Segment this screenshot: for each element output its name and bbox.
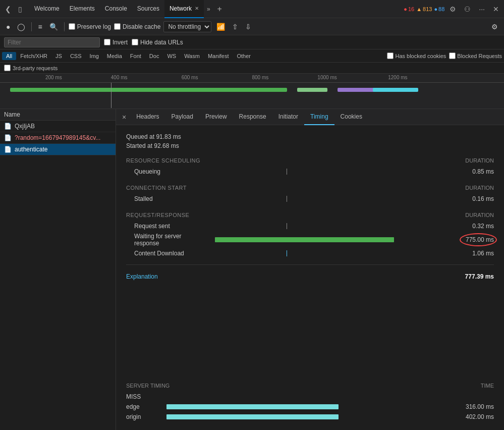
- type-tab-manifest[interactable]: Manifest: [204, 52, 233, 60]
- timing-queued-at: Queued at 91.83 ms: [126, 133, 494, 140]
- tab-add-button[interactable]: +: [213, 3, 226, 16]
- stalled-value: 0.16 ms: [454, 195, 494, 202]
- detail-tab-headers[interactable]: Headers: [130, 109, 165, 125]
- detail-tab-response[interactable]: Response: [233, 109, 272, 125]
- server-timing-value-edge: 316.00 ms: [454, 403, 494, 410]
- request-sent-bar: [215, 223, 454, 229]
- gear-icon[interactable]: ⚙: [446, 3, 459, 15]
- request-item-2[interactable]: 📄 authenticate: [0, 144, 116, 155]
- type-tab-other[interactable]: Other: [233, 52, 255, 60]
- connection-start-label: Connection Start: [126, 185, 187, 191]
- tab-welcome[interactable]: Welcome: [29, 0, 65, 18]
- request-response-label: Request/Response: [126, 212, 189, 218]
- server-timing-name-origin: origin: [126, 413, 166, 420]
- request-response-duration: DURATION: [465, 212, 494, 218]
- tab-network-close[interactable]: ✕: [195, 6, 199, 11]
- request-response-header: Request/Response DURATION: [126, 212, 494, 218]
- detail-tab-initiator[interactable]: Initiator: [272, 109, 304, 125]
- content-download-bar: [215, 250, 454, 256]
- request-sent-tick: [287, 223, 287, 229]
- timing-row-request-sent: Request sent 0.32 ms: [134, 221, 494, 231]
- type-tab-all[interactable]: All: [2, 52, 16, 60]
- type-tab-font[interactable]: Font: [126, 52, 145, 60]
- download-icon[interactable]: ⇩: [243, 22, 253, 32]
- upload-icon[interactable]: ⇧: [230, 22, 240, 32]
- detail-tab-cookies[interactable]: Cookies: [334, 109, 368, 125]
- left-panel: Name 📄 QxjIjAB 📄 ?random=1667947989145&c…: [0, 109, 116, 430]
- server-timing-time-header: TIME: [481, 383, 494, 389]
- error-count-blue: ● 88: [434, 6, 444, 12]
- explanation-total: 777.39 ms: [465, 273, 494, 280]
- detail-tabs: × Headers Payload Preview Response Initi…: [116, 109, 504, 125]
- filter-icon[interactable]: ≡: [36, 22, 44, 32]
- throttle-select[interactable]: No throttling: [163, 21, 211, 32]
- type-tab-doc[interactable]: Doc: [145, 52, 163, 60]
- tab-more-icon[interactable]: »: [204, 4, 213, 15]
- request-icon-2: 📄: [4, 146, 12, 153]
- wifi-icon[interactable]: 📶: [214, 22, 227, 32]
- timing-row-stalled: Stalled 0.16 ms: [134, 194, 494, 204]
- ruler-mark-800: 800 ms: [252, 75, 269, 80]
- tab-elements[interactable]: Elements: [65, 0, 100, 18]
- network-settings-icon[interactable]: ⚙: [489, 22, 500, 32]
- request-icon-1: 📄: [4, 134, 12, 141]
- stalled-tick: [287, 196, 287, 202]
- tab-sources[interactable]: Sources: [132, 0, 164, 18]
- search-icon[interactable]: 🔍: [47, 22, 60, 32]
- resource-scheduling-label: Resource Scheduling: [126, 157, 200, 164]
- record-icon[interactable]: ●: [4, 22, 12, 32]
- server-timing-section: Server Timing TIME MISS edge 316.00 ms o…: [116, 383, 504, 430]
- error-count-yellow: ▲ 813: [416, 6, 432, 12]
- server-timing-bar-edge: [166, 404, 454, 410]
- blocked-requests-checkbox[interactable]: Blocked Requests: [449, 52, 502, 59]
- queueing-value: 0.85 ms: [454, 168, 494, 175]
- detail-tab-timing[interactable]: Timing: [304, 109, 334, 125]
- more-options-icon[interactable]: ···: [476, 3, 488, 15]
- clear-icon[interactable]: ◯: [15, 22, 27, 32]
- timeline-bar-main: [10, 88, 287, 92]
- main-area: Name 📄 QxjIjAB 📄 ?random=1667947989145&c…: [0, 109, 504, 430]
- back-icon[interactable]: ❮: [2, 3, 14, 15]
- tab-network[interactable]: Network ✕: [164, 0, 204, 18]
- content-download-tick: [287, 250, 287, 256]
- request-item-0[interactable]: 📄 QxjIjAB: [0, 121, 116, 132]
- explanation-link[interactable]: Explanation: [126, 273, 158, 280]
- request-item-1[interactable]: 📄 ?random=1667947989145&cv...: [0, 132, 116, 144]
- type-tab-media[interactable]: Media: [103, 52, 126, 60]
- third-party-checkbox[interactable]: 3rd-party requests: [4, 65, 58, 71]
- queueing-tick: [287, 169, 287, 175]
- right-panel: × Headers Payload Preview Response Initi…: [116, 109, 504, 430]
- blocked-cookies-checkbox[interactable]: Has blocked cookies: [387, 52, 446, 59]
- detail-tab-payload[interactable]: Payload: [165, 109, 199, 125]
- type-tab-wasm[interactable]: Wasm: [180, 52, 204, 60]
- tab-bar: ❮ ▯ Welcome Elements Console Sources Net…: [0, 0, 504, 18]
- detail-tab-preview[interactable]: Preview: [199, 109, 233, 125]
- detail-close-button[interactable]: ×: [118, 111, 130, 123]
- devtools-close-icon[interactable]: ✕: [490, 3, 502, 15]
- type-tab-ws[interactable]: WS: [163, 52, 180, 60]
- server-timing-bar-origin-fill: [166, 414, 339, 419]
- toolbar-separator-2: [64, 22, 65, 31]
- waiting-label: Waiting for serverresponse: [134, 233, 215, 247]
- type-tab-fetch-xhr[interactable]: Fetch/XHR: [16, 52, 51, 60]
- tab-bar-left: ❮ ▯: [2, 3, 25, 15]
- disable-cache-checkbox[interactable]: Disable cache: [114, 23, 160, 30]
- filter-input[interactable]: [4, 37, 100, 47]
- hide-data-urls-checkbox[interactable]: Hide data URLs: [132, 39, 183, 46]
- type-tab-css[interactable]: CSS: [66, 52, 86, 60]
- content-download-value: 1.06 ms: [454, 250, 494, 257]
- type-tab-img[interactable]: Img: [86, 52, 103, 60]
- type-tab-js[interactable]: JS: [51, 52, 66, 60]
- inspect-icon[interactable]: ▯: [15, 3, 25, 15]
- timing-started-at: Started at 92.68 ms: [126, 142, 494, 149]
- user-icon[interactable]: ⚇: [461, 3, 474, 15]
- preserve-log-checkbox[interactable]: Preserve log: [69, 23, 111, 30]
- request-sent-value: 0.32 ms: [454, 223, 494, 230]
- ruler-mark-400: 400 ms: [111, 75, 128, 80]
- timeline-ruler: 200 ms 400 ms 600 ms 800 ms 1000 ms 1200…: [0, 74, 504, 83]
- tab-console[interactable]: Console: [100, 0, 132, 18]
- server-timing-header: Server Timing TIME: [126, 383, 494, 389]
- invert-checkbox[interactable]: Invert: [104, 39, 128, 46]
- server-timing-name-miss: MISS: [126, 393, 166, 400]
- request-name-1: ?random=1667947989145&cv...: [15, 134, 100, 141]
